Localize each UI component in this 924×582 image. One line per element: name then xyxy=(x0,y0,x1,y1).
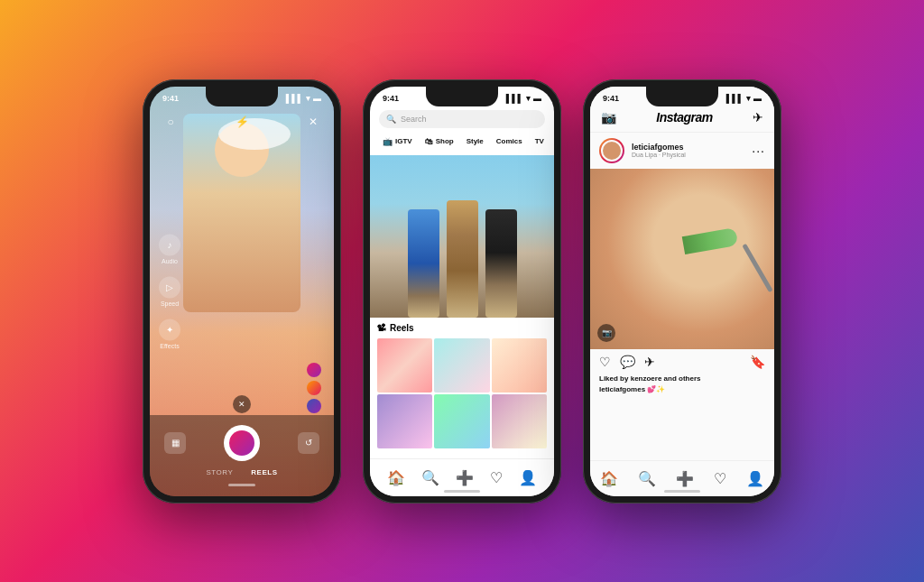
signal-icon-2: ▌▌▌ xyxy=(506,94,523,103)
share-button[interactable]: ✈ xyxy=(644,355,655,369)
tv-pill[interactable]: TV & Movie xyxy=(531,135,545,148)
igtv-pill[interactable]: 📺 IGTV xyxy=(379,135,416,148)
effects-icon: ✦ xyxy=(159,319,180,340)
mode-tabs: STORY REELS xyxy=(207,468,278,476)
camera-badge: 📷 xyxy=(597,324,615,342)
left-controls: ♪ Audio ▷ Speed ✦ Effects xyxy=(159,234,180,348)
dancer-3 xyxy=(485,209,517,318)
story-tab[interactable]: STORY xyxy=(207,468,234,476)
shop-pill[interactable]: 🛍 Shop xyxy=(421,135,457,148)
discard-button[interactable]: ✕ xyxy=(233,395,251,413)
time-2: 9:41 xyxy=(383,94,399,103)
reel-thumb-3[interactable] xyxy=(492,338,547,393)
comment-button[interactable]: 💬 xyxy=(620,355,635,369)
heart-nav-icon-3[interactable]: ♡ xyxy=(714,470,726,487)
post-username[interactable]: leticiafgomes xyxy=(632,143,744,152)
shop-icon: 🛍 xyxy=(425,137,433,146)
post-more-button[interactable]: ··· xyxy=(752,143,765,158)
effects-control[interactable]: ✦ Effects xyxy=(159,319,180,348)
camera-subject xyxy=(183,114,300,312)
wifi-icon-1: ▾ xyxy=(306,94,310,103)
reel-thumb-4[interactable] xyxy=(377,394,432,448)
search-nav-icon-3[interactable]: 🔍 xyxy=(638,470,656,487)
color-reel-icon[interactable] xyxy=(307,363,321,377)
send-icon[interactable]: ✈ xyxy=(753,110,763,125)
dancers-visual xyxy=(390,182,534,318)
camera-content: ○ ⚡ ✕ ♪ Audio ▷ Speed ✦ Effects xyxy=(150,87,334,496)
wifi-icon-2: ▾ xyxy=(526,94,531,103)
color-option-3[interactable] xyxy=(307,399,321,413)
reels-section: 📽 Reels xyxy=(370,318,554,454)
add-nav-icon-3[interactable]: ➕ xyxy=(676,470,694,487)
time-3: 9:41 xyxy=(603,94,619,103)
effects-label: Effects xyxy=(160,342,179,348)
wifi-icon-3: ▾ xyxy=(746,94,751,103)
bookmark-button[interactable]: 🔖 xyxy=(750,355,765,369)
time-1: 9:41 xyxy=(162,94,179,103)
home-indicator-3 xyxy=(664,490,700,493)
gallery-icon: ▦ xyxy=(171,438,180,448)
camera-bottom-bar: ▦ ↺ STORY REELS xyxy=(150,415,334,496)
battery-icon-1: ▬ xyxy=(313,94,321,103)
flash-button[interactable]: ⚡ xyxy=(232,112,252,132)
phone-1-screen: 9:41 ▌▌▌ ▾ ▬ ○ ⚡ ✕ ♪ Audio xyxy=(150,87,334,496)
post-header: leticiafgomes Dua Lipa · Physical ··· xyxy=(590,133,774,169)
profile-nav-icon-3[interactable]: 👤 xyxy=(746,470,764,487)
profile-nav-icon-2[interactable]: 👤 xyxy=(519,469,537,486)
tv-label: TV & Movie xyxy=(535,137,545,145)
phone-1: 9:41 ▌▌▌ ▾ ▬ ○ ⚡ ✕ ♪ Audio xyxy=(143,79,341,503)
home-indicator-2 xyxy=(444,490,480,493)
phone-3-screen: 9:41 ▌▌▌ ▾ ▬ 📷 Instagram ✈ leticiafgomes… xyxy=(590,87,774,496)
reel-thumb-6[interactable] xyxy=(492,394,547,448)
music-icon: ♪ xyxy=(159,234,180,255)
main-video-thumbnail[interactable] xyxy=(370,155,554,318)
comics-label: Comics xyxy=(496,137,522,145)
post-subtitle: Dua Lipa · Physical xyxy=(632,152,744,158)
style-label: Style xyxy=(467,137,484,145)
home-nav-icon-2[interactable]: 🏠 xyxy=(387,469,405,486)
instagram-logo: Instagram xyxy=(656,110,712,125)
home-indicator-1 xyxy=(228,484,255,486)
add-nav-icon-2[interactable]: ➕ xyxy=(456,469,474,486)
reel-thumb-5[interactable] xyxy=(434,394,489,448)
reel-thumb-1[interactable] xyxy=(377,338,432,393)
reel-thumb-2[interactable] xyxy=(434,338,489,393)
flip-icon: ↺ xyxy=(305,438,312,448)
camera-icon[interactable]: 📷 xyxy=(601,110,616,125)
like-button[interactable]: ♡ xyxy=(599,355,611,369)
search-icon: 🔍 xyxy=(386,115,396,124)
flip-camera-button[interactable]: ↺ xyxy=(298,432,319,454)
audio-control[interactable]: ♪ Audio xyxy=(159,234,180,263)
search-bar[interactable]: 🔍 Search xyxy=(379,110,545,128)
reels-label-text: Reels xyxy=(390,323,414,333)
caption-username: leticiafgomes xyxy=(599,385,645,393)
status-icons-2: ▌▌▌ ▾ ▬ xyxy=(506,94,541,103)
speed-label: Speed xyxy=(161,300,179,306)
reels-label-row: 📽 Reels xyxy=(377,323,547,333)
post-actions: ♡ 💬 ✈ 🔖 xyxy=(590,349,774,374)
avatar-image xyxy=(601,140,623,162)
speed-icon: ▷ xyxy=(159,276,180,298)
style-pill[interactable]: Style xyxy=(463,135,487,148)
post-info: leticiafgomes Dua Lipa · Physical xyxy=(632,143,744,158)
post-caption: leticiafgomes 💕✨ xyxy=(590,385,774,397)
dancer-2 xyxy=(447,200,478,318)
reels-tab[interactable]: REELS xyxy=(251,468,277,476)
search-nav-icon-2[interactable]: 🔍 xyxy=(421,469,439,486)
phone-2-screen: 9:41 ▌▌▌ ▾ ▬ 🔍 Search 📺 IGTV 🛍 Shop xyxy=(370,87,554,496)
comics-pill[interactable]: Comics xyxy=(493,135,526,148)
heart-nav-icon-2[interactable]: ♡ xyxy=(490,469,503,486)
record-button[interactable] xyxy=(224,425,260,461)
audio-label: Audio xyxy=(162,257,178,263)
color-option-2[interactable] xyxy=(307,381,321,395)
close-icon[interactable]: ✕ xyxy=(303,112,323,132)
igtv-label: IGTV xyxy=(395,137,412,145)
lens-button[interactable]: ○ xyxy=(161,112,180,132)
home-nav-icon-3[interactable]: 🏠 xyxy=(600,470,618,487)
shop-label: Shop xyxy=(436,137,454,145)
status-icons-1: ▌▌▌ ▾ ▬ xyxy=(286,94,321,103)
notch-2 xyxy=(426,87,498,106)
gallery-button[interactable]: ▦ xyxy=(164,432,186,454)
speed-control[interactable]: ▷ Speed xyxy=(159,276,180,306)
reels-grid xyxy=(377,338,547,448)
